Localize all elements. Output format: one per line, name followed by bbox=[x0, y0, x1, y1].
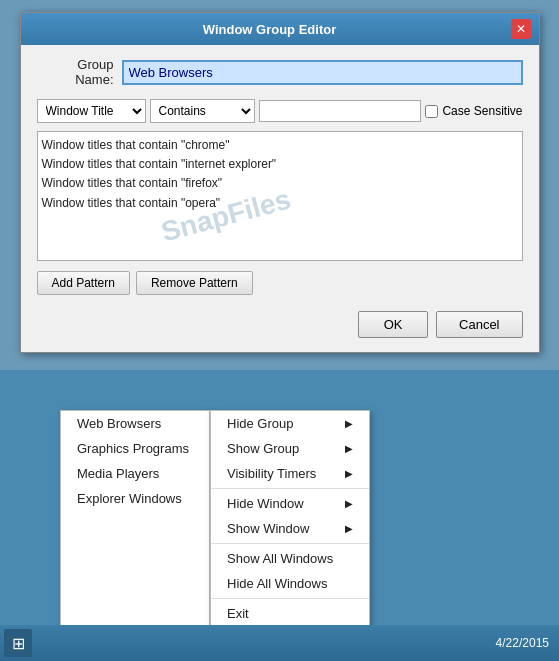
dialog-body: Group Name: Window Title Process Name Cl… bbox=[21, 45, 539, 352]
taskbar-clock: 4/22/2015 bbox=[496, 636, 555, 650]
group-name-label: Group Name: bbox=[37, 57, 122, 87]
cancel-button[interactable]: Cancel bbox=[436, 311, 522, 338]
taskbar-area: SnapFiles Web Browsers Graphics Programs… bbox=[0, 370, 559, 661]
cm-primary-item-explorer[interactable]: Explorer Windows bbox=[61, 486, 209, 511]
remove-pattern-button[interactable]: Remove Pattern bbox=[136, 271, 253, 295]
cm-hide-window-arrow-icon: ▶ bbox=[345, 498, 353, 509]
cm-show-group[interactable]: Show Group ▶ bbox=[211, 436, 369, 461]
context-menu-primary: Web Browsers Graphics Programs Media Pla… bbox=[60, 410, 210, 627]
cm-show-group-arrow-icon: ▶ bbox=[345, 443, 353, 454]
window-group-editor-dialog: Window Group Editor ✕ Group Name: Window… bbox=[20, 12, 540, 353]
case-sensitive-text: Case Sensitive bbox=[442, 104, 522, 118]
cm-hide-group[interactable]: Hide Group ▶ bbox=[211, 411, 369, 436]
group-name-row: Group Name: bbox=[37, 57, 523, 87]
cm-show-window-arrow-icon: ▶ bbox=[345, 523, 353, 534]
cm-exit[interactable]: Exit bbox=[211, 601, 369, 626]
context-menu-secondary: Hide Group ▶ Show Group ▶ Visibility Tim… bbox=[210, 410, 370, 627]
case-sensitive-label[interactable]: Case Sensitive bbox=[425, 104, 522, 118]
case-sensitive-checkbox[interactable] bbox=[425, 105, 438, 118]
context-menus-wrapper: Web Browsers Graphics Programs Media Pla… bbox=[60, 410, 370, 627]
cm-primary-item-media[interactable]: Media Players bbox=[61, 461, 209, 486]
cm-hide-window[interactable]: Hide Window ▶ bbox=[211, 491, 369, 516]
cm-divider-3 bbox=[211, 598, 369, 599]
patterns-list[interactable]: Window titles that contain "chrome" Wind… bbox=[37, 131, 523, 261]
dialog-footer: OK Cancel bbox=[37, 309, 523, 338]
cm-hide-group-label: Hide Group bbox=[227, 416, 293, 431]
cm-show-all-windows[interactable]: Show All Windows bbox=[211, 546, 369, 571]
cm-show-window-label: Show Window bbox=[227, 521, 309, 536]
pattern-item[interactable]: Window titles that contain "internet exp… bbox=[42, 155, 518, 174]
add-pattern-button[interactable]: Add Pattern bbox=[37, 271, 130, 295]
pattern-item[interactable]: Window titles that contain "firefox" bbox=[42, 174, 518, 193]
cm-primary-item-web-browsers[interactable]: Web Browsers bbox=[61, 411, 209, 436]
filter-text-input[interactable] bbox=[259, 100, 421, 122]
close-button[interactable]: ✕ bbox=[511, 19, 531, 39]
ok-button[interactable]: OK bbox=[358, 311, 428, 338]
dialog-title: Window Group Editor bbox=[29, 22, 511, 37]
cm-show-window[interactable]: Show Window ▶ bbox=[211, 516, 369, 541]
filter-field-select[interactable]: Window Title Process Name Class Name bbox=[37, 99, 146, 123]
cm-divider-2 bbox=[211, 543, 369, 544]
dialog-overlay: Window Group Editor ✕ Group Name: Window… bbox=[0, 0, 559, 365]
filter-condition-select[interactable]: Contains Starts With Ends With Equals Re… bbox=[150, 99, 256, 123]
cm-primary-item-graphics[interactable]: Graphics Programs bbox=[61, 436, 209, 461]
cm-show-group-label: Show Group bbox=[227, 441, 299, 456]
pattern-item[interactable]: Window titles that contain "chrome" bbox=[42, 136, 518, 155]
dialog-titlebar: Window Group Editor ✕ bbox=[21, 13, 539, 45]
taskbar-start-button[interactable]: ⊞ bbox=[4, 629, 32, 657]
pattern-buttons: Add Pattern Remove Pattern bbox=[37, 271, 523, 295]
cm-visibility-timers[interactable]: Visibility Timers ▶ bbox=[211, 461, 369, 486]
cm-hide-all-windows[interactable]: Hide All Windows bbox=[211, 571, 369, 596]
taskbar-bottom: ⊞ 4/22/2015 bbox=[0, 625, 559, 661]
cm-hide-window-label: Hide Window bbox=[227, 496, 304, 511]
filter-row: Window Title Process Name Class Name Con… bbox=[37, 99, 523, 123]
pattern-item[interactable]: Window titles that contain "opera" bbox=[42, 194, 518, 213]
cm-divider-1 bbox=[211, 488, 369, 489]
cm-visibility-timers-arrow-icon: ▶ bbox=[345, 468, 353, 479]
cm-hide-group-arrow-icon: ▶ bbox=[345, 418, 353, 429]
cm-visibility-timers-label: Visibility Timers bbox=[227, 466, 316, 481]
group-name-input[interactable] bbox=[122, 60, 523, 85]
